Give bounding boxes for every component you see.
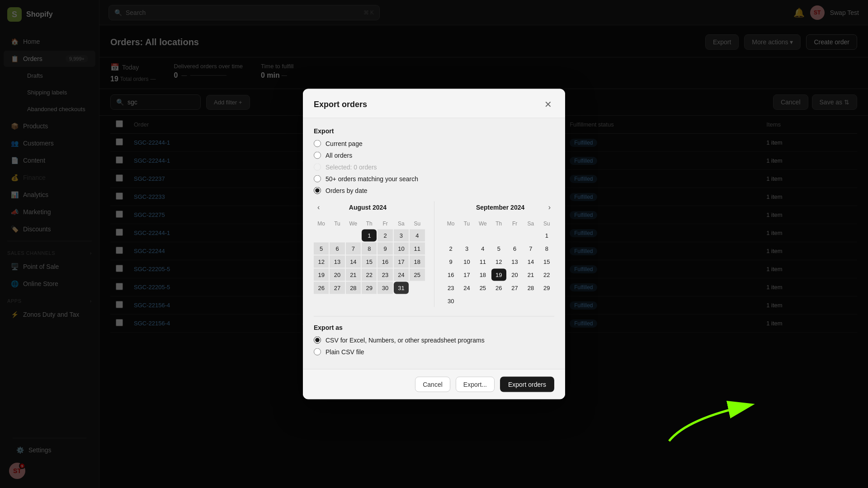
- sep-day-10[interactable]: 10: [459, 256, 474, 268]
- sep-day-26[interactable]: 26: [491, 282, 506, 294]
- sep-day-27[interactable]: 27: [507, 282, 522, 294]
- sep-day-mo: Mo: [443, 219, 458, 229]
- export-label-by-date: Orders by date: [326, 187, 368, 194]
- sep-day-24[interactable]: 24: [459, 282, 474, 294]
- sep-day-29[interactable]: 29: [539, 282, 554, 294]
- export-label-selected: Selected: 0 orders: [326, 164, 377, 171]
- modal-cancel-button[interactable]: Cancel: [415, 377, 450, 392]
- aug-day-fr: Fr: [377, 219, 392, 229]
- export-radio-by-date[interactable]: [314, 187, 321, 194]
- aug-day-26[interactable]: 26: [314, 282, 329, 294]
- sep-day-4[interactable]: 4: [475, 243, 490, 255]
- export-option-by-date[interactable]: Orders by date: [314, 187, 554, 194]
- sep-day-7[interactable]: 7: [523, 243, 538, 255]
- export-as-plain-csv[interactable]: Plain CSV file: [314, 348, 554, 356]
- aug-day-15[interactable]: 15: [362, 256, 377, 268]
- sep-day-13[interactable]: 13: [507, 256, 522, 268]
- aug-day-5[interactable]: 5: [314, 243, 329, 255]
- aug-day-22[interactable]: 22: [362, 269, 377, 281]
- export-label-all-orders: All orders: [326, 152, 352, 159]
- sep-day-empty: [523, 295, 538, 307]
- sep-day-14[interactable]: 14: [523, 256, 538, 268]
- export-format-plain-radio[interactable]: [314, 348, 321, 356]
- sep-day-1[interactable]: 1: [539, 230, 554, 242]
- aug-day-9[interactable]: 9: [377, 243, 392, 255]
- aug-day-23[interactable]: 23: [377, 269, 392, 281]
- export-as-section: Export as CSV for Excel, Numbers, or oth…: [314, 316, 554, 356]
- aug-day-17[interactable]: 17: [394, 256, 409, 268]
- sep-day-21[interactable]: 21: [523, 269, 538, 281]
- sep-day-2[interactable]: 2: [443, 243, 458, 255]
- aug-day-1[interactable]: 1: [362, 230, 377, 242]
- aug-day-10[interactable]: 10: [394, 243, 409, 255]
- sep-day-empty: [459, 230, 474, 242]
- aug-day-28[interactable]: 28: [346, 282, 361, 294]
- aug-header: ‹ August 2024: [314, 202, 425, 213]
- aug-day-8[interactable]: 8: [362, 243, 377, 255]
- sep-day-22[interactable]: 22: [539, 269, 554, 281]
- sep-day-19[interactable]: 19: [491, 269, 506, 281]
- modal-close-button[interactable]: ✕: [542, 98, 554, 111]
- export-radio-all-orders[interactable]: [314, 152, 321, 159]
- aug-day-we: We: [346, 219, 361, 229]
- aug-day-24[interactable]: 24: [394, 269, 409, 281]
- sep-day-empty: [523, 230, 538, 242]
- sep-day-6[interactable]: 6: [507, 243, 522, 255]
- aug-day-27[interactable]: 27: [330, 282, 344, 294]
- sep-day-30[interactable]: 30: [443, 295, 458, 307]
- aug-day-14[interactable]: 14: [346, 256, 361, 268]
- aug-day-4[interactable]: 4: [410, 230, 425, 242]
- aug-day-29[interactable]: 29: [362, 282, 377, 294]
- aug-day-13[interactable]: 13: [330, 256, 344, 268]
- aug-day-25[interactable]: 25: [410, 269, 425, 281]
- export-label-current-page: Current page: [326, 140, 363, 147]
- sep-day-28[interactable]: 28: [523, 282, 538, 294]
- sep-day-5[interactable]: 5: [491, 243, 506, 255]
- export-option-matching[interactable]: 50+ orders matching your search: [314, 175, 554, 183]
- sep-day-23[interactable]: 23: [443, 282, 458, 294]
- aug-day-20[interactable]: 20: [330, 269, 344, 281]
- sep-day-18[interactable]: 18: [475, 269, 490, 281]
- sep-day-17[interactable]: 17: [459, 269, 474, 281]
- aug-day-18[interactable]: 18: [410, 256, 425, 268]
- modal-export-csv-button[interactable]: Export...: [456, 377, 495, 392]
- sep-day-3[interactable]: 3: [459, 243, 474, 255]
- export-format-excel-radio[interactable]: [314, 337, 321, 344]
- aug-day-11[interactable]: 11: [410, 243, 425, 255]
- aug-day-19[interactable]: 19: [314, 269, 329, 281]
- august-calendar: ‹ August 2024 Mo Tu We Th Fr Sa Su 1: [314, 202, 425, 307]
- aug-day-31[interactable]: 31: [394, 282, 409, 294]
- sep-day-20[interactable]: 20: [507, 269, 522, 281]
- sep-day-8[interactable]: 8: [539, 243, 554, 255]
- export-section-label: Export: [314, 127, 554, 135]
- aug-prev-button[interactable]: ‹: [314, 202, 323, 213]
- sep-day-25[interactable]: 25: [475, 282, 490, 294]
- sep-day-15[interactable]: 15: [539, 256, 554, 268]
- sep-day-16[interactable]: 16: [443, 269, 458, 281]
- export-as-csv-excel[interactable]: CSV for Excel, Numbers, or other spreads…: [314, 337, 554, 344]
- sep-header: September 2024 ›: [443, 202, 555, 213]
- aug-day-6[interactable]: 6: [330, 243, 344, 255]
- aug-day-30[interactable]: 30: [377, 282, 392, 294]
- export-format-plain-label: Plain CSV file: [326, 348, 364, 356]
- sep-day-9[interactable]: 9: [443, 256, 458, 268]
- sep-day-12[interactable]: 12: [491, 256, 506, 268]
- sep-day-empty: [491, 230, 506, 242]
- aug-day-3[interactable]: 3: [394, 230, 409, 242]
- aug-day-12[interactable]: 12: [314, 256, 329, 268]
- aug-day-21[interactable]: 21: [346, 269, 361, 281]
- export-option-current-page[interactable]: Current page: [314, 140, 554, 147]
- aug-day-16[interactable]: 16: [377, 256, 392, 268]
- export-radio-current-page[interactable]: [314, 140, 321, 147]
- sep-next-button[interactable]: ›: [545, 202, 554, 213]
- aug-day-tu: Tu: [330, 219, 344, 229]
- aug-day-th: Th: [362, 219, 377, 229]
- sep-grid: Mo Tu We Th Fr Sa Su 1 2: [443, 219, 555, 307]
- aug-day-7[interactable]: 7: [346, 243, 361, 255]
- sep-day-11[interactable]: 11: [475, 256, 490, 268]
- sep-day-empty: [459, 295, 474, 307]
- aug-day-2[interactable]: 2: [377, 230, 392, 242]
- export-radio-matching[interactable]: [314, 175, 321, 183]
- export-option-all-orders[interactable]: All orders: [314, 152, 554, 159]
- modal-export-orders-button[interactable]: Export orders: [500, 377, 554, 392]
